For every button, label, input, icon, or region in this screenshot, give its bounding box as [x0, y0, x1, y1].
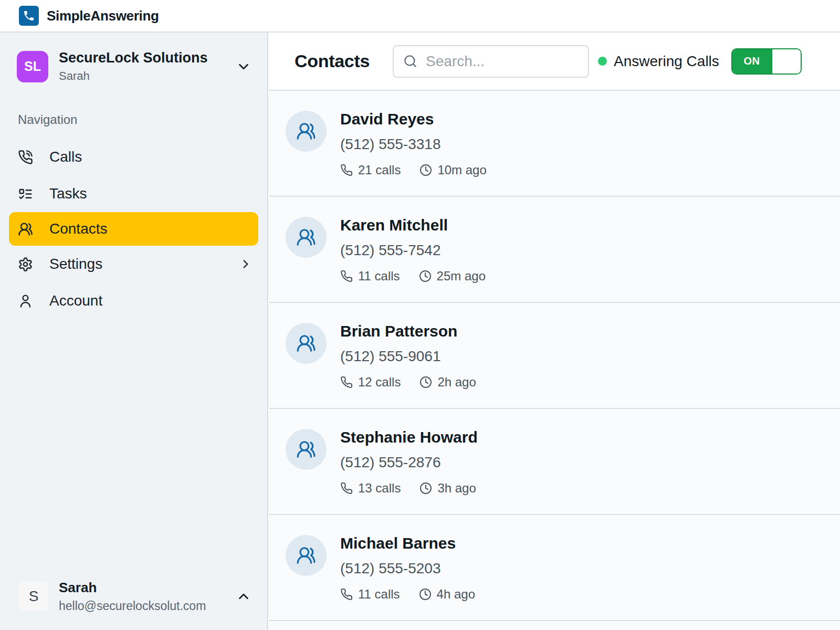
users-icon: [18, 222, 33, 237]
sidebar: SL SecureLock Solutions Sarah Navigation…: [0, 33, 268, 630]
app-title: SimpleAnswering: [47, 8, 159, 24]
contact-phone: (512) 555-3318: [340, 136, 487, 153]
users-icon: [296, 333, 316, 353]
contact-row[interactable]: David Reyes (512) 555-3318 21 calls 10m …: [269, 91, 840, 197]
contact-phone: (512) 555-2876: [340, 454, 478, 471]
sidebar-nav: Calls Tasks Contacts Settings Account: [0, 139, 267, 319]
status-dot: [598, 57, 607, 66]
contact-calls: 11 calls: [358, 587, 400, 602]
sidebar-item-contacts[interactable]: Contacts: [9, 212, 258, 246]
contact-last-call: 25m ago: [437, 269, 486, 284]
user-menu[interactable]: S Sarah hello@securelocksolut.com: [19, 580, 251, 613]
users-icon: [296, 227, 316, 247]
phone-icon: [340, 164, 353, 176]
contact-last-call: 4h ago: [437, 587, 475, 602]
company-name: SecureLock Solutions: [59, 50, 208, 66]
phone-icon: [340, 588, 353, 601]
answering-toggle[interactable]: ON: [731, 48, 802, 75]
company-subtitle: Sarah: [59, 69, 208, 83]
users-icon: [296, 439, 316, 459]
search-icon: [403, 54, 417, 68]
contact-last-call: 3h ago: [437, 481, 476, 496]
top-bar: SimpleAnswering: [0, 0, 840, 33]
user-avatar: S: [19, 582, 48, 611]
sidebar-item-account[interactable]: Account: [0, 282, 267, 319]
sidebar-item-label: Tasks: [49, 185, 87, 202]
clock-icon: [419, 376, 432, 388]
sidebar-item-settings[interactable]: Settings: [0, 246, 267, 282]
gear-icon: [18, 257, 33, 272]
search-box[interactable]: [393, 45, 589, 78]
clock-icon: [419, 588, 432, 601]
sidebar-item-label: Calls: [49, 149, 82, 165]
next-row-partial: [269, 621, 840, 630]
nav-section-label: Navigation: [18, 112, 249, 127]
contact-row[interactable]: Stephanie Howard (512) 555-2876 13 calls…: [269, 409, 840, 515]
contacts-list: David Reyes (512) 555-3318 21 calls 10m …: [269, 91, 840, 630]
contact-calls: 11 calls: [358, 269, 400, 284]
contact-name: Brian Patterson: [340, 322, 476, 340]
contacts-header: Contacts Answering Calls ON: [269, 33, 840, 91]
user-name: Sarah: [59, 580, 206, 596]
contact-avatar: [286, 217, 327, 258]
toggle-knob: [771, 49, 801, 74]
contact-name: Karen Mitchell: [340, 216, 486, 234]
contact-last-call: 2h ago: [437, 375, 476, 390]
contact-avatar: [286, 111, 327, 152]
task-list-icon: [18, 186, 33, 202]
chevron-right-icon: [239, 257, 253, 271]
contact-calls: 21 calls: [358, 163, 401, 177]
users-icon: [296, 545, 316, 565]
clock-icon: [419, 482, 432, 495]
phone-icon: [340, 376, 353, 388]
users-icon: [296, 121, 316, 141]
clock-icon: [419, 164, 432, 176]
chevron-up-icon: [236, 589, 251, 604]
answering-status: Answering Calls: [598, 53, 719, 70]
user-email: hello@securelocksolut.com: [59, 599, 206, 613]
contact-row[interactable]: Karen Mitchell (512) 555-7542 11 calls 2…: [269, 197, 840, 303]
app-logo: [19, 6, 39, 26]
phone-call-icon: [18, 150, 33, 165]
contact-avatar: [286, 535, 327, 576]
sidebar-item-label: Contacts: [49, 220, 108, 237]
search-input[interactable]: [426, 53, 579, 70]
phone-logo-icon: [23, 9, 35, 22]
contact-name: Stephanie Howard: [340, 428, 478, 446]
main-content: Contacts Answering Calls ON David Reyes …: [269, 33, 840, 630]
contact-row[interactable]: Michael Barnes (512) 555-5203 11 calls 4…: [269, 515, 840, 621]
sidebar-item-calls[interactable]: Calls: [0, 139, 267, 175]
phone-icon: [340, 482, 353, 495]
sidebar-item-tasks[interactable]: Tasks: [0, 175, 267, 212]
contact-calls: 13 calls: [358, 481, 401, 496]
clock-icon: [419, 270, 432, 282]
contact-name: Michael Barnes: [340, 534, 475, 552]
contact-phone: (512) 555-5203: [340, 560, 475, 577]
user-icon: [18, 293, 33, 309]
status-label: Answering Calls: [614, 53, 719, 70]
contact-name: David Reyes: [340, 110, 487, 128]
company-avatar: SL: [17, 51, 48, 82]
page-title: Contacts: [295, 51, 370, 71]
contact-phone: (512) 555-9061: [340, 348, 476, 365]
contact-last-call: 10m ago: [437, 163, 486, 177]
contact-phone: (512) 555-7542: [340, 242, 486, 259]
contact-avatar: [286, 429, 327, 470]
sidebar-item-label: Settings: [49, 256, 102, 272]
contact-calls: 12 calls: [358, 375, 401, 390]
chevron-down-icon: [236, 59, 251, 75]
company-selector[interactable]: SL SecureLock Solutions Sarah: [17, 50, 251, 83]
contact-avatar: [286, 323, 327, 364]
sidebar-item-label: Account: [49, 292, 102, 309]
toggle-on-label: ON: [732, 49, 771, 74]
phone-icon: [340, 270, 353, 282]
contact-row[interactable]: Brian Patterson (512) 555-9061 12 calls …: [269, 303, 840, 409]
